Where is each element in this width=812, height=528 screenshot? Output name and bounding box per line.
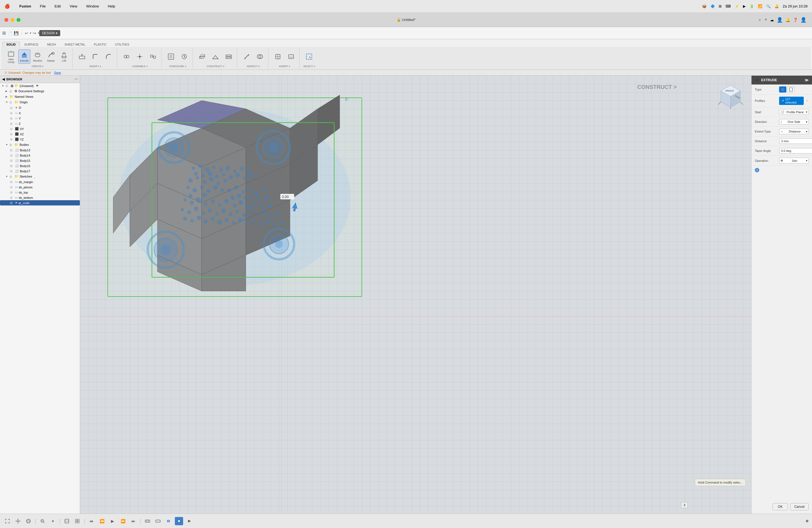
browser-item-docsettings[interactable]: ▶ ◎ ⚙ Document Settings xyxy=(0,88,80,94)
browser-item-body15[interactable]: ◎ ⬜ Body15 xyxy=(0,158,80,163)
browser-item-sketches[interactable]: ▼ ◎ 📁 Sketches _ xyxy=(0,174,80,179)
taper-input[interactable] xyxy=(779,148,812,153)
eye-qr-code[interactable]: ◎ xyxy=(10,201,14,205)
eye-x[interactable]: ◎ xyxy=(10,111,14,115)
apple-menu[interactable]: 🍎 xyxy=(4,4,10,9)
select-main-icon[interactable] xyxy=(303,49,315,64)
browser-item-ds-top[interactable]: ◎ ▭ ds_top xyxy=(0,190,80,195)
browser-item-body14[interactable]: ◎ ⬜ Body14 xyxy=(0,153,80,158)
value-input-box[interactable]: 3 xyxy=(681,502,688,508)
toolbar-icon-3[interactable]: 💾 xyxy=(14,31,18,35)
design-button[interactable]: DESIGN ▾ xyxy=(39,30,60,36)
type-surface-button[interactable] xyxy=(787,86,795,92)
maximize-button[interactable] xyxy=(17,18,20,22)
play-back-icon[interactable]: ⏮ xyxy=(87,517,96,525)
menu-help[interactable]: Help xyxy=(106,4,117,9)
tab-sheet-metal[interactable]: SHEET METAL xyxy=(60,42,89,47)
menu-fusion[interactable]: Fusion xyxy=(18,4,33,9)
browser-item-origin-xz[interactable]: ◎ ⬛ XZ xyxy=(0,131,80,137)
tab-utilities[interactable]: UTILITIES xyxy=(111,42,133,47)
toolbar-icon-2[interactable]: 📄 xyxy=(8,31,12,35)
browser-item-ds-margin[interactable]: ◎ ▭ ds_margin xyxy=(0,179,80,185)
browser-menu-icon[interactable]: ⋯ xyxy=(75,78,77,81)
press-pull-icon[interactable] xyxy=(76,49,88,64)
ok-button[interactable]: OK xyxy=(772,503,788,510)
eye-y[interactable]: ◎ xyxy=(10,117,14,120)
play-icon[interactable]: ▶ xyxy=(108,517,117,525)
midplane-icon[interactable] xyxy=(222,49,235,64)
configure-label[interactable]: CONFIGURE ▾ xyxy=(169,64,186,68)
visual-style-icon[interactable] xyxy=(63,517,71,525)
redo-icon[interactable]: ↪ xyxy=(33,31,36,35)
orbit-icon[interactable] xyxy=(24,517,33,525)
type-solid-button[interactable] xyxy=(779,86,786,92)
browser-item-origin-z[interactable]: ◎ ▭ Z xyxy=(0,121,80,126)
user-icon[interactable]: 👤 xyxy=(777,17,783,23)
undo-icon[interactable]: ↩ xyxy=(25,31,28,35)
play-prev-icon[interactable]: ⏪ xyxy=(98,517,106,525)
insert-svg-icon[interactable]: SVG xyxy=(285,49,297,64)
close-tab-icon[interactable]: ✕ xyxy=(758,18,762,22)
offset-plane-icon[interactable] xyxy=(196,49,208,64)
bell-icon[interactable]: 🔔 xyxy=(785,18,790,22)
fit-all-icon[interactable] xyxy=(3,517,12,525)
pan-icon[interactable] xyxy=(14,517,22,525)
tab-mesh[interactable]: MESH xyxy=(43,42,60,47)
extrude-expand-icon[interactable]: ≫ xyxy=(804,78,809,82)
as-built-icon[interactable] xyxy=(147,49,159,64)
config2-icon[interactable] xyxy=(178,49,190,64)
menu-file[interactable]: File xyxy=(39,4,47,9)
eye-body13[interactable]: ◎ xyxy=(10,148,14,152)
inspect-label[interactable]: INSPECT ▾ xyxy=(247,64,260,68)
profiles-clear-button[interactable]: ✕ xyxy=(806,99,809,103)
grid-menu-icon[interactable] xyxy=(73,517,82,525)
undo-arrow[interactable]: ▾ xyxy=(30,31,31,34)
zoom-icon[interactable] xyxy=(39,517,47,525)
eye-body15[interactable]: ◎ xyxy=(10,159,14,162)
browser-root[interactable]: ▼ ◎ ⬤ 📁 (Unsaved) 👁 xyxy=(0,83,80,88)
browser-item-origin-x[interactable]: ◎ ▭ X xyxy=(0,111,80,116)
menu-view[interactable]: View xyxy=(68,4,79,9)
question-icon[interactable]: ❓ xyxy=(793,18,798,22)
loft-icon[interactable]: Loft xyxy=(58,49,70,64)
browser-item-ds-bottom[interactable]: ◎ ▭ ds_bottom xyxy=(0,195,80,200)
insert-label[interactable]: INSERT ▾ xyxy=(279,64,290,68)
eye-xy[interactable]: ◎ xyxy=(10,127,14,131)
cancel-button[interactable]: Cancel xyxy=(790,503,809,510)
eye-xz[interactable]: ◎ xyxy=(10,132,14,136)
view-cube[interactable]: FRONT RIGHT Z xyxy=(718,84,743,109)
distance-input[interactable] xyxy=(779,138,812,144)
eye-docsettings[interactable]: ◎ xyxy=(10,89,13,93)
display-mode-icon[interactable]: ▾ xyxy=(49,517,57,525)
chamfer-icon[interactable] xyxy=(102,49,115,64)
profiles-button[interactable]: ↗ 127 selected xyxy=(779,97,804,105)
eye-sketches[interactable]: ◎ xyxy=(10,175,13,178)
browser-item-ds-pieces[interactable]: ◎ ▭ ds_pieces xyxy=(0,185,80,190)
operation-dropdown[interactable]: ⊕ Join ▾ xyxy=(779,158,809,163)
revolve-icon[interactable]: Revolve xyxy=(31,49,44,64)
eye-bodies[interactable]: ◎ xyxy=(10,143,13,147)
tab-solid[interactable]: SOLID xyxy=(2,42,20,47)
tab-plastic[interactable]: PLASTIC xyxy=(90,42,111,47)
browser-item-body13[interactable]: ◎ ⬜ Body13 xyxy=(0,147,80,153)
viewport[interactable]: 3.00 Z↑ CONSTRUCT > xyxy=(80,76,751,514)
minimize-button[interactable] xyxy=(11,18,14,22)
sweep-icon[interactable]: Sweep xyxy=(45,49,57,64)
timeline-icon-5[interactable] xyxy=(185,517,193,525)
eye-body17[interactable]: ◎ xyxy=(10,169,14,173)
eye-yz[interactable]: ◎ xyxy=(10,137,14,141)
profile-icon[interactable]: 👤 xyxy=(800,17,807,23)
toolbar-icon-1[interactable]: ⊞ xyxy=(2,30,6,35)
joint-icon[interactable] xyxy=(120,49,133,64)
direction-dropdown[interactable]: ↕ One Side ▾ xyxy=(779,119,809,124)
timeline-icon-3[interactable] xyxy=(164,517,173,525)
timeline-icon-1[interactable] xyxy=(143,517,151,525)
fillet-icon[interactable] xyxy=(89,49,101,64)
insert-mesh-icon[interactable] xyxy=(272,49,284,64)
close-button[interactable] xyxy=(4,18,8,22)
browser-item-bodies[interactable]: ▼ ◎ 📁 Bodies xyxy=(0,142,80,147)
browser-item-body17[interactable]: ◎ ⬜ Body17 xyxy=(0,168,80,174)
joint-origin-icon[interactable] xyxy=(134,49,146,64)
browser-item-origin-y[interactable]: ◎ ▭ Y xyxy=(0,116,80,121)
browser-item-origin-xy[interactable]: ◎ ⬛ XY xyxy=(0,126,80,131)
